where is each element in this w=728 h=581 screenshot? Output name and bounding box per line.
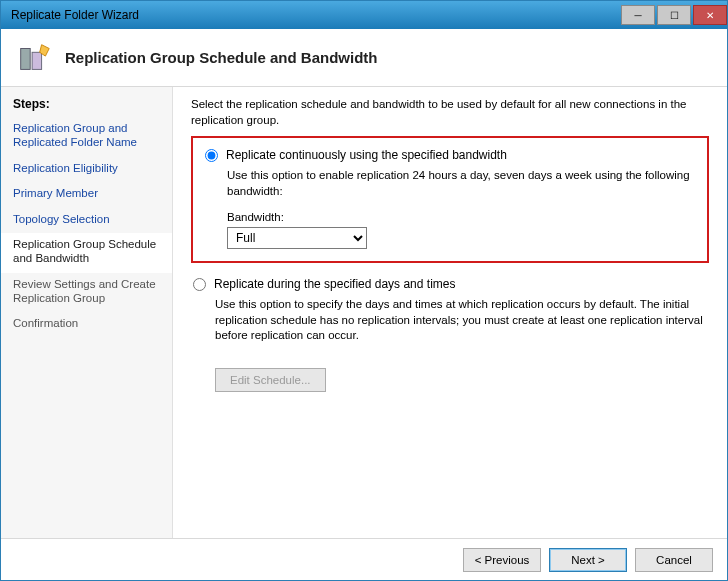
page-title: Replication Group Schedule and Bandwidth xyxy=(65,49,378,66)
steps-heading: Steps: xyxy=(1,95,172,117)
window-title: Replicate Folder Wizard xyxy=(11,8,139,22)
option-continuous-box: Replicate continuously using the specifi… xyxy=(191,136,709,263)
steps-sidebar: Steps: Replication Group and Replicated … xyxy=(1,87,173,538)
option-scheduled-label: Replicate during the specified days and … xyxy=(214,277,455,291)
replication-icon xyxy=(15,39,53,77)
svg-rect-0 xyxy=(21,48,31,69)
option-continuous-desc: Use this option to enable replication 24… xyxy=(227,168,695,199)
step-topology[interactable]: Topology Selection xyxy=(1,208,172,233)
main-panel: Select the replication schedule and band… xyxy=(173,87,727,538)
step-group-name[interactable]: Replication Group and Replicated Folder … xyxy=(1,117,172,157)
option-continuous-label: Replicate continuously using the specifi… xyxy=(226,148,507,162)
option-scheduled-desc: Use this option to specify the days and … xyxy=(215,297,709,344)
instruction-text: Select the replication schedule and band… xyxy=(191,97,709,128)
maximize-button[interactable]: ☐ xyxy=(657,5,691,25)
option-scheduled-radio[interactable] xyxy=(193,278,206,291)
option-scheduled-box: Replicate during the specified days and … xyxy=(193,277,709,392)
option-continuous-row[interactable]: Replicate continuously using the specifi… xyxy=(205,148,695,162)
wizard-window: Replicate Folder Wizard ─ ☐ ✕ Replicatio… xyxy=(0,0,728,581)
wizard-header: Replication Group Schedule and Bandwidth xyxy=(1,29,727,87)
wizard-body: Steps: Replication Group and Replicated … xyxy=(1,87,727,538)
previous-button[interactable]: < Previous xyxy=(463,548,541,572)
step-schedule-bandwidth[interactable]: Replication Group Schedule and Bandwidth xyxy=(1,233,172,273)
bandwidth-select[interactable]: Full xyxy=(227,227,367,249)
cancel-button[interactable]: Cancel xyxy=(635,548,713,572)
edit-schedule-button[interactable]: Edit Schedule... xyxy=(215,368,326,392)
next-button[interactable]: Next > xyxy=(549,548,627,572)
svg-rect-1 xyxy=(32,52,42,69)
option-scheduled-row[interactable]: Replicate during the specified days and … xyxy=(193,277,709,291)
bandwidth-label: Bandwidth: xyxy=(227,211,695,223)
option-continuous-radio[interactable] xyxy=(205,149,218,162)
step-primary-member[interactable]: Primary Member xyxy=(1,182,172,207)
step-review[interactable]: Review Settings and Create Replication G… xyxy=(1,273,172,313)
window-controls: ─ ☐ ✕ xyxy=(619,5,727,25)
minimize-button[interactable]: ─ xyxy=(621,5,655,25)
close-button[interactable]: ✕ xyxy=(693,5,727,25)
wizard-footer: < Previous Next > Cancel xyxy=(1,538,727,580)
step-eligibility[interactable]: Replication Eligibility xyxy=(1,157,172,182)
step-confirmation[interactable]: Confirmation xyxy=(1,312,172,337)
titlebar: Replicate Folder Wizard ─ ☐ ✕ xyxy=(1,1,727,29)
